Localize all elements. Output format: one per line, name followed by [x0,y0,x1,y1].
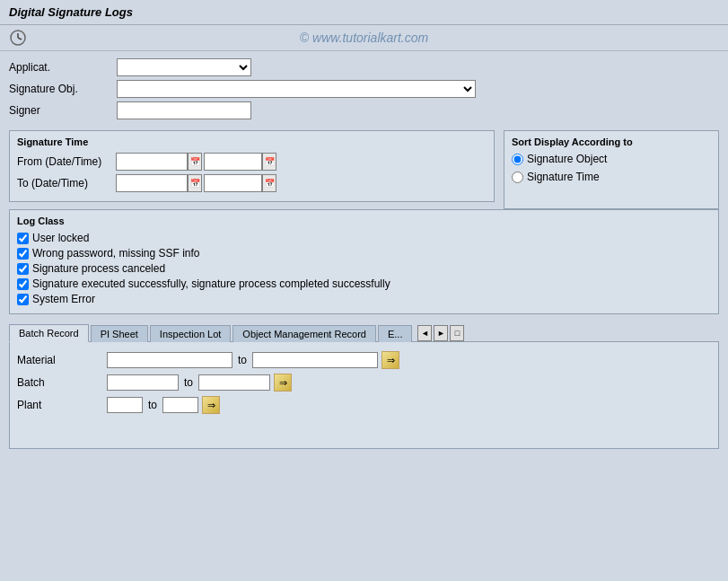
radio-sig-obj-label: Signature Object [527,153,607,165]
field-from-plant[interactable] [107,397,143,413]
page-title: Digital Signature Logs [9,5,719,19]
log-class-checkbox-cb3[interactable] [17,263,29,275]
sort-display-title: Sort Display According to [512,136,711,147]
tab-nav-prev[interactable]: ◄ [417,325,432,341]
log-class-label-cb3: Signature process canceled [32,262,165,275]
to-date-cal-btn[interactable]: 📅 [188,174,202,192]
field-label-plant: Plant [17,399,107,411]
field-row-batch: Batchto⇒ [17,374,711,392]
applicat-select[interactable] [117,58,251,76]
log-class-label-cb2: Wrong password, missing SSF info [32,247,200,260]
tab-content: Materialto⇒Batchto⇒Plantto⇒ [9,341,719,449]
field-from-material[interactable] [107,352,232,368]
log-class-label-cb1: User locked [32,232,89,244]
sort-display-options: Signature Object Signature Time [512,153,711,183]
field-from-batch[interactable] [107,374,179,391]
log-class-checkbox-cb5[interactable] [17,294,29,305]
from-time-input[interactable]: 00:00:00 [204,153,262,171]
svg-line-2 [18,38,22,40]
field-arrow-btn-material[interactable]: ⇒ [382,351,399,369]
field-to-label-plant: to [148,399,157,411]
tab-object[interactable]: Object Management Record [232,325,376,342]
signer-label: Signer [9,104,117,117]
radio-sig-obj[interactable]: Signature Object [512,153,711,165]
field-to-label-material: to [238,354,247,366]
from-date-label: From (Date/Time) [17,155,116,168]
tab-inspection[interactable]: Inspection Lot [150,325,232,342]
from-date-cal-btn[interactable]: 📅 [188,153,202,171]
watermark: © www.tutorialkart.com [300,31,428,45]
tab-batch[interactable]: Batch Record [9,324,89,342]
checkbox-item: Wrong password, missing SSF info [17,247,711,260]
field-arrow-btn-batch[interactable]: ⇒ [274,374,292,392]
signature-time-title: Signature Time [17,136,487,147]
log-class-title: Log Class [17,216,711,226]
signature-obj-select[interactable] [117,80,476,98]
field-to-material[interactable] [252,352,378,368]
field-row-plant: Plantto⇒ [17,396,711,414]
field-label-material: Material [17,354,107,366]
field-to-label-batch: to [184,376,193,389]
clock-icon[interactable] [9,29,27,47]
log-class-checkbox-cb2[interactable] [17,248,29,260]
field-row-material: Materialto⇒ [17,351,711,369]
batch-record-tab: Materialto⇒Batchto⇒Plantto⇒ [17,351,711,414]
tab-nav-next[interactable]: ► [434,325,448,341]
applicat-label: Applicat. [9,61,117,74]
field-to-batch[interactable] [198,374,270,391]
signature-obj-label: Signature Obj. [9,83,117,95]
tab-pi[interactable]: PI Sheet [91,325,148,342]
field-to-plant[interactable] [162,397,198,413]
log-class-label-cb5: System Error [32,293,95,305]
field-label-batch: Batch [17,376,107,389]
field-arrow-btn-plant[interactable]: ⇒ [202,396,220,414]
checkbox-item: Signature process canceled [17,262,711,275]
radio-sig-time[interactable]: Signature Time [512,171,711,183]
signer-input[interactable] [117,101,251,119]
checkbox-item: Signature executed successfully, signatu… [17,277,711,290]
to-date-label: To (Date/Time) [17,177,116,189]
checkbox-item: System Error [17,293,711,305]
log-class-checkbox-cb1[interactable] [17,233,29,244]
radio-sig-time-label: Signature Time [527,171,600,183]
checkbox-item: User locked [17,232,711,244]
to-time-input[interactable]: 23:59:59 [204,174,262,192]
to-time-cal-btn[interactable]: 📅 [262,174,276,192]
tab-e[interactable]: E... [378,325,413,342]
from-date-input[interactable]: 10.07.2018 [116,153,188,171]
tab-nav-buttons: ◄ ► □ [417,325,464,341]
to-date-input[interactable]: 10.07.2018 [116,174,188,192]
tab-nav-menu[interactable]: □ [450,325,464,341]
tabs-row: Batch RecordPI SheetInspection LotObject… [9,323,719,341]
log-class-checkboxes: User lockedWrong password, missing SSF i… [17,232,711,305]
log-class-label-cb4: Signature executed successfully, signatu… [32,277,390,290]
log-class-checkbox-cb4[interactable] [17,278,29,290]
from-time-cal-btn[interactable]: 📅 [262,153,276,171]
